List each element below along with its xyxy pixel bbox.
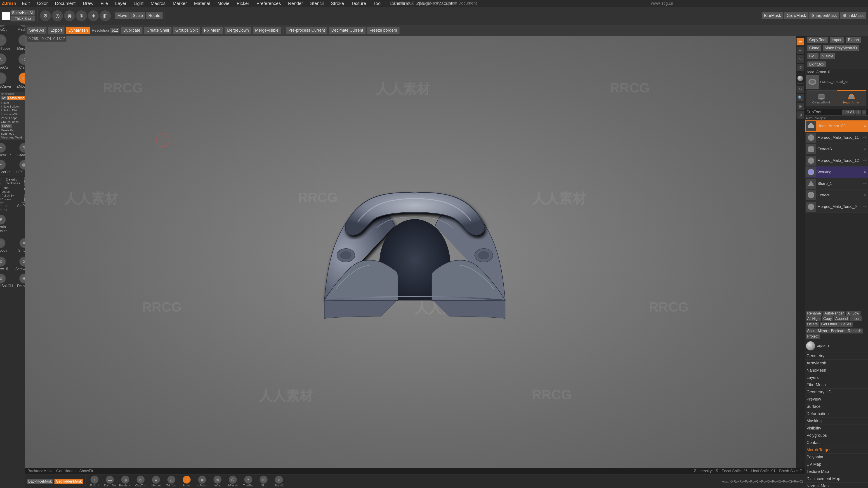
append-btn[interactable]: Append <box>834 316 849 321</box>
split-btn[interactable]: Split <box>806 328 816 333</box>
move-btn[interactable]: Move <box>115 12 130 19</box>
copy-btn[interactable]: Copy <box>822 316 833 321</box>
fix-mesh-btn[interactable]: Fix Mesh <box>202 27 223 34</box>
minus-btn[interactable]: - <box>862 109 866 115</box>
create-mesh-tool[interactable]: ⊕ CreateC <box>13 142 25 158</box>
rename-btn[interactable]: Rename <box>806 311 822 316</box>
prop-geometry[interactable]: Geometry <box>805 352 868 360</box>
subtool-working[interactable]: Working 👁 <box>805 166 868 178</box>
rotate-btn[interactable]: Rotate <box>146 12 163 19</box>
subtool-extract3[interactable]: Extract3 👁 <box>805 190 868 201</box>
freeze-borders-btn[interactable]: Freeze borders <box>367 27 400 34</box>
groups-split-btn[interactable]: Groups Split <box>173 27 200 34</box>
brush-icon-4[interactable]: ⊕ <box>76 10 87 22</box>
stand2-btn[interactable]: ◈ Stand2 <box>272 476 286 487</box>
clip2-tool[interactable]: ✂ ClipSliceCln <box>0 159 12 175</box>
prop-uv-map[interactable]: UV Map <box>805 461 868 468</box>
screw2-tool[interactable]: ⚙ Screw_If S <box>13 256 25 272</box>
menu-file[interactable]: File <box>99 0 109 6</box>
brush-icon-2[interactable]: ◎ <box>52 10 63 22</box>
ric-scale-mode[interactable]: ⤡ <box>796 55 804 63</box>
all-low-btn[interactable]: All Low <box>846 311 861 316</box>
subtool-merged-torso-11[interactable]: Merged_Male_Torso_11 👁 <box>805 132 868 143</box>
detail-tool[interactable]: ◈ Detail_C <box>13 273 25 289</box>
curvetubes-tool[interactable]: ⌒ CurveTubes <box>0 33 12 52</box>
duplicate-btn[interactable]: Duplicate <box>121 27 143 34</box>
get-hidden-btn[interactable]: GetHiddenMask <box>54 479 84 484</box>
menu-render[interactable]: Render <box>287 0 304 6</box>
prop-morph-target[interactable]: Morph Target <box>805 447 868 454</box>
subtool-merged-torso-9[interactable]: Merged_Male_Torso_9 👁 <box>805 201 868 213</box>
backface-mask-btn[interactable]: BackfaceMask <box>27 479 53 484</box>
lightbox-btn[interactable]: LightBox <box>807 61 826 67</box>
list-all-btn[interactable]: List All <box>842 109 856 115</box>
prop-fibermesh[interactable]: FiberMesh <box>805 381 868 389</box>
subtool-sharp1[interactable]: Sharp_1 👁 <box>805 178 868 190</box>
project-btn[interactable]: Project <box>806 334 820 339</box>
prop-geometry-hd[interactable]: Geometry HD <box>805 389 868 396</box>
dam-btn[interactable]: ▬ Dam_No <box>103 476 117 487</box>
ric-brush-mode[interactable]: ✏ <box>796 38 804 46</box>
inflat-btn[interactable]: ⊕ Inflat <box>210 476 225 487</box>
marcut-btn[interactable]: ▲ MArcut <box>149 476 163 487</box>
brush-nr-btn[interactable]: ◎ Brush_Nr <box>118 476 133 487</box>
divide-btn[interactable]: Divide <box>1 124 12 128</box>
curvecu-tool[interactable]: ∿ CurveCu <box>0 53 12 70</box>
mirror-tool[interactable]: ⊣ MirrorCu <box>13 33 25 52</box>
ric-snap[interactable]: ⊕ <box>796 103 804 110</box>
subtool-extracts[interactable]: ExtractS 👁 <box>805 143 868 155</box>
goz-btn[interactable]: GoZ <box>807 53 818 59</box>
smooth2-tool[interactable]: ≈ Smooth <box>13 237 25 254</box>
ric-move-mode[interactable]: ↔ <box>796 46 804 54</box>
shrink-mask-btn[interactable]: ShrinkMask <box>840 12 866 19</box>
menu-macros[interactable]: Macros <box>149 0 167 6</box>
grow-mask-btn[interactable]: GrowMask <box>784 12 809 19</box>
trimin-tool[interactable]: ▼ TrimIn Blocker <box>0 214 12 234</box>
menu-document[interactable]: Document <box>54 0 77 6</box>
menu-zscript[interactable]: Zscript <box>437 0 454 6</box>
prop-polypaint[interactable]: Polypaint <box>805 454 868 461</box>
move-btn2[interactable]: ↔ Move <box>180 476 194 487</box>
smooth1-tool[interactable]: ≋ Smooth <box>0 237 12 254</box>
prop-layers[interactable]: Layers <box>805 374 868 381</box>
get-other-btn[interactable]: Get Other <box>819 322 839 327</box>
dynamesh-btn[interactable]: DynaMesh <box>66 27 90 34</box>
delete-by-symmetry-btn[interactable]: Delete By Symmetry <box>1 129 24 135</box>
trimtop-btn[interactable]: ▼ TrimTop <box>241 476 256 487</box>
prop-visibility[interactable]: Visibility <box>805 425 868 432</box>
menu-marker[interactable]: Marker <box>171 0 188 6</box>
menu-material[interactable]: Material <box>193 0 212 6</box>
screw1-tool[interactable]: ⚙ Screw_If <box>0 256 12 272</box>
main-viewport[interactable]: RRCG 人人素材 RRCG 人人素材 RRCG 人人素材 RRCG 人人素材 … <box>25 36 805 475</box>
menu-picker[interactable]: Picker <box>235 0 251 6</box>
mirror-btn2[interactable]: Mirror <box>816 328 829 333</box>
menu-texture[interactable]: Texture <box>350 0 368 6</box>
merge-down-btn[interactable]: MergeDown <box>224 27 251 34</box>
menu-draw[interactable]: Draw <box>81 0 95 6</box>
thick-sub-btn[interactable]: Thick Sub <box>10 16 35 22</box>
prop-contact[interactable]: Contact <box>805 439 868 447</box>
prop-displacement-map[interactable]: Displacement Map <box>805 475 868 483</box>
chisel-tool[interactable]: ◁ Chisel <box>13 53 25 70</box>
export-btn[interactable]: Export <box>48 27 65 34</box>
zmodeler-tool[interactable]: ◇ ZModeler <box>13 71 25 90</box>
scale-btn[interactable]: Scale <box>130 12 145 19</box>
fork-btn[interactable]: ⑂ Fork_If <box>87 476 102 487</box>
mpolish-btn[interactable]: ◉ mPolish <box>195 476 210 487</box>
ric-search[interactable]: 🔍 <box>796 94 804 102</box>
save-as-btn[interactable]: Save As <box>27 27 46 34</box>
head-armor-item[interactable]: Head_Armor <box>837 90 866 106</box>
menu-light[interactable]: Light <box>132 0 145 6</box>
merge-visible-btn[interactable]: MergeVisible <box>253 27 281 34</box>
remesh-btn[interactable]: Remesh <box>846 328 863 333</box>
subtool-merged-torso-12[interactable]: Merged_Male_Torso_12 👁 <box>805 155 868 166</box>
subtool-head-armor[interactable]: Head_Armor_00 👁 <box>805 121 868 132</box>
clay-tub-btn[interactable]: ◷ ClayTub <box>133 476 148 487</box>
auto-render-btn[interactable]: AutoRender <box>823 311 845 316</box>
export-tool-btn[interactable]: Export <box>846 37 861 43</box>
menu-movie[interactable]: Movie <box>216 0 231 6</box>
make-poly-btn[interactable]: Make PolyMesh3D <box>823 45 859 51</box>
brush-icon-3[interactable]: ◉ <box>64 10 75 22</box>
import-btn[interactable]: Import <box>830 37 844 43</box>
decimate-current-btn[interactable]: Decimate Current <box>329 27 366 34</box>
